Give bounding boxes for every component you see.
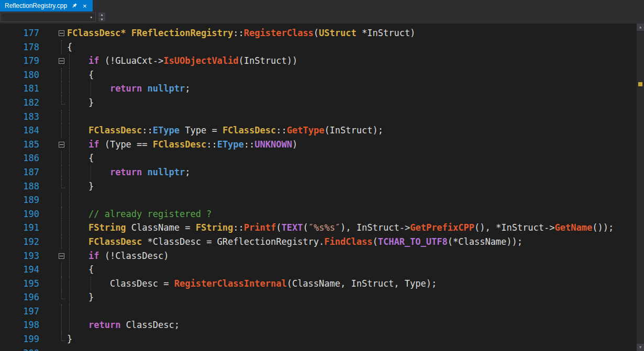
code-text[interactable]: return nullptr;: [67, 165, 644, 179]
document-tab[interactable]: ReflectionRegistry.cpp ×: [0, 0, 93, 12]
code-token: (: [314, 28, 319, 38]
code-editor[interactable]: 177FClassDesc* FReflectionRegistry::Regi…: [0, 24, 644, 351]
code-line[interactable]: 188 }: [0, 179, 644, 194]
code-line[interactable]: 190 // already registered ?: [0, 207, 644, 221]
code-line[interactable]: 198 return ClassDesc;: [0, 318, 644, 332]
line-number[interactable]: 200: [0, 346, 39, 351]
fold-collapse-button[interactable]: [59, 253, 64, 259]
code-token: {: [67, 153, 94, 163]
pin-icon[interactable]: [71, 3, 77, 9]
code-text[interactable]: if (Type == FClassDesc::EType::UNKNOWN): [67, 138, 644, 152]
code-line[interactable]: 193 if (!ClassDesc): [0, 249, 644, 263]
code-text[interactable]: return ClassDesc;: [67, 318, 644, 332]
spin-up-icon[interactable]: ▲: [98, 13, 105, 17]
line-number[interactable]: 198: [0, 318, 39, 332]
code-line[interactable]: 186 {: [0, 151, 644, 165]
line-number[interactable]: 188: [0, 179, 39, 194]
code-line[interactable]: 184 FClassDesc::EType Type = FClassDesc:…: [0, 123, 644, 138]
code-line[interactable]: 200: [0, 346, 644, 351]
code-token: [142, 167, 147, 177]
code-text[interactable]: FString ClassName = FString::Printf(TEXT…: [67, 221, 644, 235]
code-text[interactable]: if (!GLuaCxt->IsUObjectValid(InStruct)): [67, 54, 644, 68]
line-number[interactable]: 180: [0, 68, 39, 82]
code-text[interactable]: if (!ClassDesc): [67, 249, 644, 263]
scroll-down-icon[interactable]: ▼: [637, 344, 644, 351]
line-number[interactable]: 192: [0, 235, 39, 249]
scroll-up-icon[interactable]: ▲: [637, 24, 644, 31]
code-line[interactable]: 199}: [0, 332, 644, 346]
code-token: {: [67, 70, 94, 80]
code-text[interactable]: }: [67, 332, 644, 346]
code-line[interactable]: 192 FClassDesc *ClassDesc = GReflectionR…: [0, 235, 644, 249]
line-number[interactable]: 185: [0, 138, 39, 152]
code-line[interactable]: 181 return nullptr;: [0, 82, 644, 96]
code-text[interactable]: FClassDesc::EType Type = FClassDesc::Get…: [67, 123, 644, 138]
outline-margin: [39, 221, 67, 235]
code-text[interactable]: {: [67, 68, 644, 82]
scope-dropdown[interactable]: ▾: [1, 13, 96, 22]
code-line[interactable]: 177FClassDesc* FReflectionRegistry::Regi…: [0, 26, 644, 40]
line-number[interactable]: 190: [0, 207, 39, 221]
close-icon[interactable]: ×: [81, 3, 88, 9]
fold-collapse-button[interactable]: [59, 142, 64, 148]
code-token: if: [88, 251, 99, 261]
code-text[interactable]: {: [67, 263, 644, 277]
line-number[interactable]: 191: [0, 221, 39, 235]
line-number[interactable]: 194: [0, 263, 39, 277]
code-text[interactable]: ClassDesc = RegisterClassInternal(ClassN…: [67, 277, 644, 291]
line-number[interactable]: 178: [0, 40, 39, 54]
code-text[interactable]: }: [67, 290, 644, 304]
code-line[interactable]: 189: [0, 193, 644, 207]
code-text[interactable]: FClassDesc* FReflectionRegistry::Registe…: [67, 26, 644, 40]
code-text[interactable]: [67, 304, 644, 319]
line-number[interactable]: 177: [0, 26, 39, 40]
code-line[interactable]: 179 if (!GLuaCxt->IsUObjectValid(InStruc…: [0, 54, 644, 68]
line-number[interactable]: 184: [0, 123, 39, 138]
code-text[interactable]: }: [67, 96, 644, 110]
code-token: TEXT: [281, 222, 303, 233]
code-token: ::: [142, 125, 152, 135]
code-line[interactable]: 180 {: [0, 68, 644, 82]
code-text[interactable]: // already registered ?: [67, 207, 644, 221]
fold-collapse-button[interactable]: [59, 30, 64, 36]
code-line[interactable]: 195 ClassDesc = RegisterClassInternal(Cl…: [0, 277, 644, 291]
code-line[interactable]: 194 {: [0, 263, 644, 277]
code-text[interactable]: [67, 193, 644, 207]
code-line[interactable]: 182 }: [0, 96, 644, 110]
code-line[interactable]: 183: [0, 110, 644, 124]
line-number[interactable]: 183: [0, 110, 39, 124]
line-number[interactable]: 193: [0, 249, 39, 263]
code-line[interactable]: 196 }: [0, 290, 644, 304]
fold-collapse-button[interactable]: [59, 58, 64, 64]
line-number[interactable]: 199: [0, 332, 39, 346]
vertical-scrollbar[interactable]: ▲ ▼: [637, 24, 644, 351]
line-number[interactable]: 197: [0, 304, 39, 319]
line-number[interactable]: 196: [0, 290, 39, 304]
tab-bar: ReflectionRegistry.cpp ×: [0, 0, 644, 12]
code-text[interactable]: [67, 346, 644, 351]
code-text[interactable]: {: [67, 40, 644, 54]
line-number[interactable]: 179: [0, 54, 39, 68]
code-text[interactable]: return nullptr;: [67, 82, 644, 96]
spin-down-icon[interactable]: ▼: [98, 17, 105, 21]
code-token: UStruct: [319, 28, 357, 38]
code-line[interactable]: 197: [0, 304, 644, 319]
code-token: FClassDesc: [153, 139, 206, 150]
code-token: (!GLuaCxt->: [99, 55, 163, 66]
line-number[interactable]: 195: [0, 277, 39, 291]
code-text[interactable]: [67, 110, 644, 124]
code-text[interactable]: {: [67, 151, 644, 165]
code-line[interactable]: 185 if (Type == FClassDesc::EType::UNKNO…: [0, 138, 644, 152]
code-line[interactable]: 191 FString ClassName = FString::Printf(…: [0, 221, 644, 235]
indent-guide: [91, 165, 91, 179]
code-text[interactable]: }: [67, 179, 644, 194]
code-line[interactable]: 187 return nullptr;: [0, 165, 644, 179]
indent-guide: [69, 54, 70, 68]
line-number[interactable]: 187: [0, 165, 39, 179]
line-number[interactable]: 186: [0, 151, 39, 165]
line-number[interactable]: 181: [0, 82, 39, 96]
code-text[interactable]: FClassDesc *ClassDesc = GReflectionRegis…: [67, 235, 644, 249]
line-number[interactable]: 189: [0, 193, 39, 207]
line-number[interactable]: 182: [0, 96, 39, 110]
code-line[interactable]: 178{: [0, 40, 644, 54]
